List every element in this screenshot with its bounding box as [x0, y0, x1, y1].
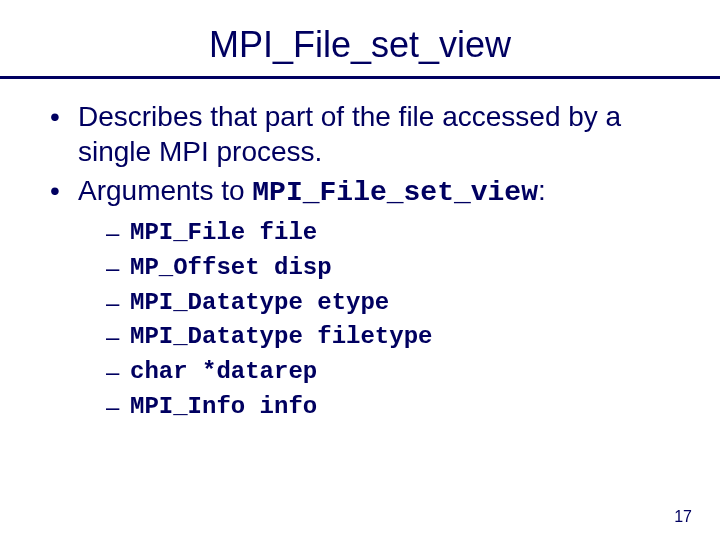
argument-item: MPI_Datatype filetype — [106, 320, 680, 355]
argument-list: MPI_File file MP_Offset disp MPI_Datatyp… — [106, 216, 680, 425]
bullet-text-code: MPI_File_set_view — [252, 177, 538, 208]
argument-item: MP_Offset disp — [106, 251, 680, 286]
slide-title: MPI_File_set_view — [40, 24, 680, 66]
bullet-list: Describes that part of the file accessed… — [50, 99, 680, 425]
argument-item: MPI_File file — [106, 216, 680, 251]
argument-item: char *datarep — [106, 355, 680, 390]
bullet-text-suffix: : — [538, 175, 546, 206]
bullet-text: Describes that part of the file accessed… — [78, 101, 621, 167]
argument-item: MPI_Info info — [106, 390, 680, 425]
bullet-item: Describes that part of the file accessed… — [50, 99, 680, 169]
bullet-text-prefix: Arguments to — [78, 175, 252, 206]
bullet-item: Arguments to MPI_File_set_view: MPI_File… — [50, 173, 680, 425]
slide: MPI_File_set_view Describes that part of… — [0, 0, 720, 540]
argument-item: MPI_Datatype etype — [106, 286, 680, 321]
page-number: 17 — [674, 508, 692, 526]
title-divider — [0, 76, 720, 79]
